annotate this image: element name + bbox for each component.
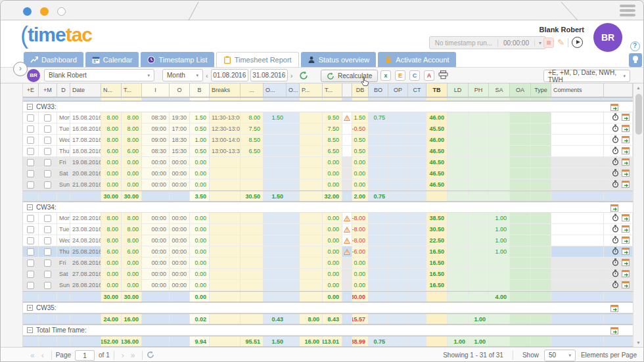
add-entry-checkbox[interactable] [23,179,39,190]
date-from-input[interactable]: 01.08.2016 [211,69,248,81]
add-absence-icon[interactable] [622,135,630,145]
add-absence-icon[interactable] [622,214,630,223]
tab-activate-account[interactable]: Activate Account [378,52,455,67]
col-header-date[interactable]: Date [70,83,101,97]
add-absence-checkbox[interactable] [39,269,57,279]
add-absence-icon[interactable] [622,169,630,178]
page-number-input[interactable]: 1 [75,350,95,361]
group-header-row[interactable]: −CW33: [23,101,633,112]
add-entry-checkbox[interactable] [23,224,39,235]
collapse-group-icon[interactable]: − [27,327,33,333]
col-header-t[interactable]: T... [122,83,142,97]
add-absence-icon[interactable] [622,281,630,290]
col-header-ld[interactable]: LD [448,83,469,97]
visible-columns-select[interactable]: +E, +M, D, Date, NWH, TWH▾ [543,70,630,82]
menu-icon[interactable] [620,5,635,16]
add-absence-icon[interactable] [622,236,630,245]
group-export-icon[interactable] [610,103,618,111]
tab-timestamp-list[interactable]: Timestamp List [141,52,214,67]
date-to-input[interactable]: 31.08.2016 [250,69,288,81]
scrollbar-thumb[interactable] [635,94,642,135]
col-header-sa[interactable]: SA [489,83,510,97]
tab-status-overview[interactable]: Status overview [301,52,377,67]
add-entry-checkbox[interactable] [23,258,39,268]
export-xlsx-icon[interactable]: E [395,70,405,81]
table-row[interactable]: Fri26.08.20160.000.0000:0000:000.000.000… [23,258,633,269]
add-entry-checkbox[interactable] [23,213,39,223]
add-entry-checkbox[interactable] [23,168,39,179]
add-absence-checkbox[interactable] [39,280,57,290]
tab-dashboard[interactable]: Dashboard [24,52,83,67]
add-entry-checkbox[interactable] [23,280,39,290]
export-pdf-icon[interactable]: A [424,70,434,81]
add-entry-checkbox[interactable] [23,269,39,279]
col-header-tb[interactable]: TB [426,83,448,97]
sidebar-expand-button[interactable]: › [13,62,28,76]
col-header-i[interactable]: I [142,83,170,97]
vertical-scrollbar[interactable]: ▲ ▼ [633,83,643,347]
col-header-pm[interactable]: +M [39,83,57,97]
next-period-button[interactable]: › [288,72,296,79]
col-header-op[interactable]: OP [388,83,408,97]
col-header-oa[interactable]: OA [510,83,531,97]
table-row[interactable]: Tue16.08.20168.008.0009:0017:000.5012:30… [23,124,633,135]
add-absence-checkbox[interactable] [39,224,57,235]
previous-period-button[interactable]: ‹ [203,72,211,79]
export-excel-icon[interactable]: x [380,70,391,81]
col-header-bo[interactable]: BO [369,83,388,97]
add-timestamp-icon[interactable] [612,135,619,145]
start-timestamp-button[interactable] [572,37,583,48]
refresh-page-icon[interactable] [147,351,154,360]
add-absence-icon[interactable] [622,113,630,122]
last-page-button[interactable]: » [127,351,139,360]
add-entry-checkbox[interactable] [23,146,39,156]
add-absence-icon[interactable] [622,225,630,234]
table-row[interactable]: Mon22.08.20168.008.0000:0000:000.000.00-… [23,213,633,224]
col-header-p[interactable]: P... [300,83,323,97]
table-row[interactable]: Sun28.08.20160.000.0000:0000:000.000.000… [23,280,633,291]
add-timestamp-icon[interactable] [612,247,619,256]
table-row[interactable]: Sat27.08.20160.000.0000:0000:000.000.000… [23,269,633,280]
table-row[interactable]: Sun21.08.20160.000.0000:0000:000.000.000… [23,179,633,191]
help-icon[interactable]: ? [630,41,640,51]
add-absence-checkbox[interactable] [39,179,57,190]
col-header-n[interactable]: N... [101,83,122,97]
group-header-row[interactable]: −Total Time frame: [23,325,633,336]
scroll-down-icon[interactable]: ▼ [636,338,641,347]
col-header-bt[interactable]: ... [241,83,264,97]
expand-group-icon[interactable]: + [27,305,33,311]
group-export-icon[interactable] [610,204,618,212]
add-absence-checkbox[interactable] [39,135,57,145]
add-timestamp-icon[interactable] [612,147,619,156]
group-header-row[interactable]: +CW35: [23,302,633,313]
add-absence-checkbox[interactable] [39,124,57,134]
add-absence-checkbox[interactable] [39,213,57,223]
add-absence-icon[interactable] [622,247,630,256]
group-export-icon[interactable] [610,327,618,334]
table-row[interactable]: Tue23.08.20168.008.0000:0000:000.000.00-… [23,224,633,235]
add-timestamp-icon[interactable] [612,281,619,290]
col-header-o2[interactable]: O... [287,83,300,97]
add-timestamp-icon[interactable] [612,124,619,133]
table-row[interactable]: Wed24.08.20168.008.0000:0000:000.000.00-… [23,235,633,246]
print-icon[interactable] [438,70,448,81]
add-timestamp-icon[interactable] [612,258,619,267]
table-row[interactable]: Thu18.08.20166.006.0008:3015:300.5013:00… [23,146,633,157]
add-timestamp-icon[interactable] [612,269,619,279]
add-timestamp-icon[interactable] [612,169,619,178]
col-header-o[interactable]: O [170,83,190,97]
add-absence-checkbox[interactable] [39,112,57,123]
col-header-comments[interactable]: Comments [551,83,604,97]
col-header-o1[interactable]: O... [264,83,287,97]
add-entry-checkbox[interactable] [23,124,39,134]
add-entry-checkbox[interactable] [23,157,39,168]
add-entry-checkbox[interactable] [23,112,39,123]
lightbulb-icon[interactable] [629,53,642,67]
add-entry-checkbox[interactable] [23,235,39,246]
add-entry-checkbox[interactable] [23,135,39,145]
add-absence-icon[interactable] [622,124,630,133]
avatar[interactable]: BR [593,23,622,52]
edit-timestamp-icon[interactable]: ✎ [557,38,564,47]
col-header-tt[interactable]: T... [323,83,342,97]
add-absence-checkbox[interactable] [39,157,57,168]
